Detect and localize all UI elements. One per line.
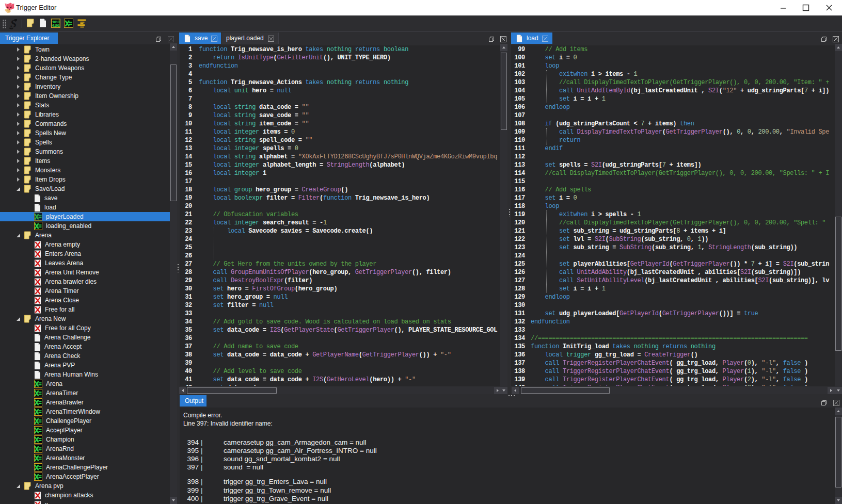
svg-text:0101: 0101 [52, 24, 60, 28]
